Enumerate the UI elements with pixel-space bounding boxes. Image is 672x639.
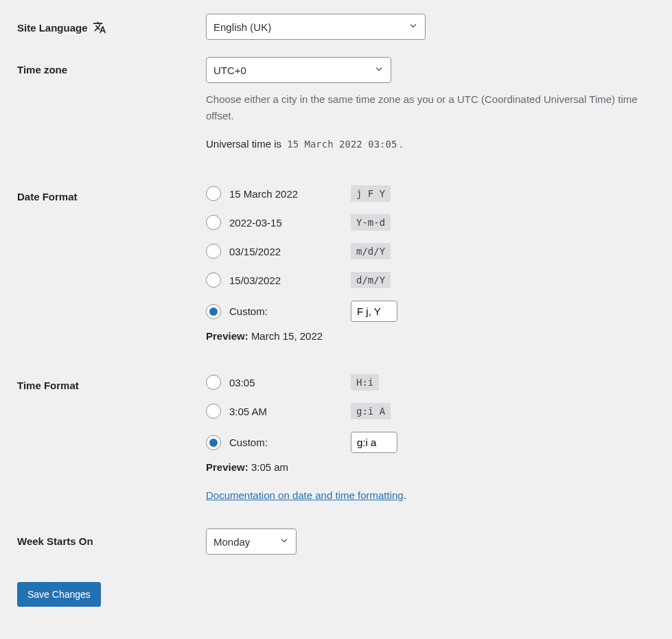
- universal-time-value: 15 March 2022 03:05: [284, 137, 399, 151]
- documentation-link[interactable]: Documentation on date and time formattin…: [206, 489, 404, 501]
- date-format-option-0[interactable]: 15 March 2022: [229, 188, 343, 200]
- time-format-custom-label[interactable]: Custom:: [229, 437, 343, 448]
- doc-link-wrapper: Documentation on date and time formattin…: [206, 489, 406, 501]
- date-format-code-0: j F Y: [351, 185, 391, 202]
- timezone-label: Time zone: [17, 57, 206, 75]
- week-starts-label: Week Starts On: [17, 528, 206, 547]
- site-language-label: Site Language: [17, 14, 206, 34]
- date-format-code-3: d/m/Y: [351, 272, 391, 288]
- time-format-custom-input[interactable]: [351, 432, 397, 453]
- time-format-radio-0[interactable]: [206, 375, 221, 390]
- date-format-radio-2[interactable]: [206, 244, 221, 259]
- date-format-option-3[interactable]: 15/03/2022: [229, 275, 343, 286]
- save-changes-button[interactable]: Save Changes: [17, 582, 101, 607]
- date-format-radio-custom[interactable]: [206, 304, 221, 319]
- universal-time-text: Universal time is 15 March 2022 03:05.: [206, 138, 655, 150]
- time-format-label: Time Format: [17, 373, 206, 391]
- date-format-custom-input[interactable]: [351, 301, 397, 322]
- time-format-option-1[interactable]: 3:05 AM: [229, 406, 343, 417]
- time-format-radio-custom[interactable]: [206, 435, 221, 450]
- date-format-radio-0[interactable]: [206, 186, 221, 201]
- date-format-code-1: Y-m-d: [351, 214, 391, 231]
- time-format-radio-1[interactable]: [206, 404, 221, 419]
- date-format-option-2[interactable]: 03/15/2022: [229, 246, 343, 257]
- time-format-preview: Preview: 3:05 am: [206, 461, 655, 473]
- time-format-option-0[interactable]: 03:05: [229, 377, 343, 388]
- date-format-radio-3[interactable]: [206, 272, 221, 288]
- date-format-custom-label[interactable]: Custom:: [229, 305, 343, 317]
- date-format-label: Date Format: [17, 184, 206, 202]
- time-format-code-1: g:i A: [351, 403, 391, 419]
- date-format-code-2: m/d/Y: [351, 243, 391, 259]
- week-starts-select[interactable]: Monday: [206, 528, 297, 555]
- date-format-option-1[interactable]: 2022-03-15: [229, 217, 343, 229]
- timezone-help-text: Choose either a city in the same time zo…: [206, 91, 645, 124]
- date-format-preview: Preview: March 15, 2022: [206, 330, 655, 342]
- timezone-select[interactable]: UTC+0: [206, 57, 391, 83]
- time-format-code-0: H:i: [351, 374, 379, 391]
- date-format-radio-1[interactable]: [206, 215, 221, 230]
- translate-icon: [92, 21, 107, 34]
- site-language-label-text: Site Language: [17, 22, 88, 34]
- site-language-select[interactable]: English (UK): [206, 14, 426, 40]
